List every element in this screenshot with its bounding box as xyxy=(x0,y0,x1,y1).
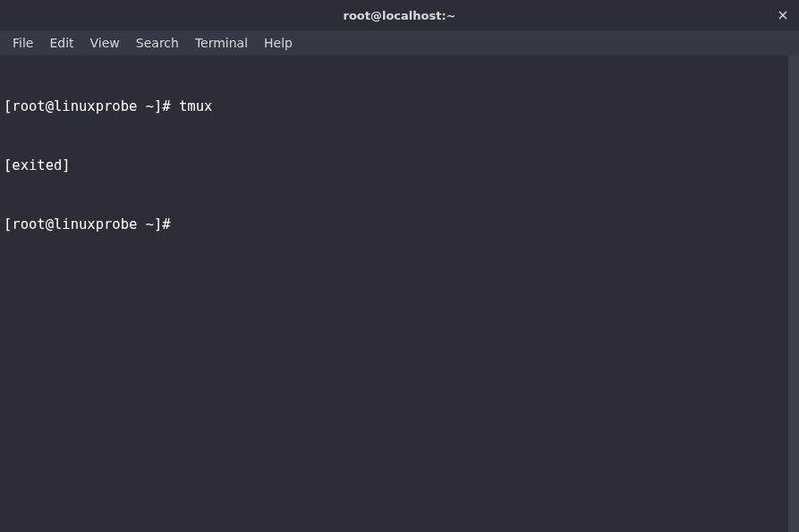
terminal-line: [root@linuxprobe ~]# xyxy=(4,215,795,234)
terminal-line: [root@linuxprobe ~]# tmux xyxy=(4,97,795,116)
menu-edit[interactable]: Edit xyxy=(41,32,81,54)
menu-help[interactable]: Help xyxy=(256,32,301,54)
menu-terminal[interactable]: Terminal xyxy=(187,32,256,54)
close-icon xyxy=(778,11,787,20)
terminal-content[interactable]: [root@linuxprobe ~]# tmux [exited] [root… xyxy=(0,55,799,532)
window-titlebar: root@localhost:~ xyxy=(0,0,799,30)
window-title: root@localhost:~ xyxy=(343,9,455,22)
menu-file[interactable]: File xyxy=(4,32,41,54)
close-button[interactable] xyxy=(776,8,790,22)
scrollbar[interactable] xyxy=(788,55,799,532)
menu-view[interactable]: View xyxy=(82,32,128,54)
terminal-line: [exited] xyxy=(4,156,795,175)
menubar: File Edit View Search Terminal Help xyxy=(0,30,799,55)
menu-search[interactable]: Search xyxy=(128,32,187,54)
